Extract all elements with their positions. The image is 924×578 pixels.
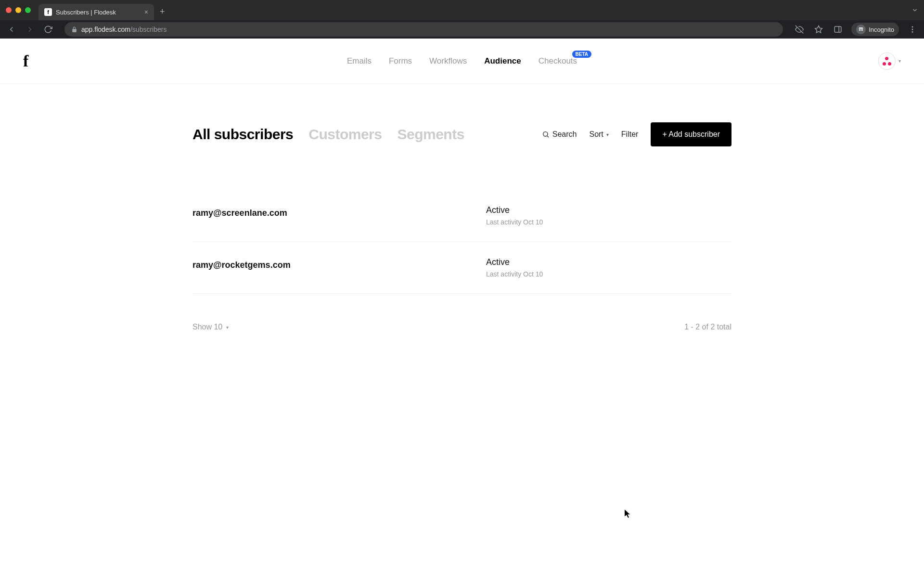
url-text: app.flodesk.com/subscribers (81, 26, 167, 33)
page-size-label: Show 10 (192, 323, 222, 331)
lock-icon (71, 26, 77, 33)
app-root: f Emails Forms Workflows Audience Checko… (0, 39, 924, 331)
search-icon (542, 131, 550, 138)
subscriber-row[interactable]: ramy@screenlane.com Active Last activity… (192, 190, 732, 242)
subscriber-activity: Last activity Oct 10 (486, 218, 543, 226)
toolbar-right-icons: Incognito (794, 23, 918, 36)
nav-audience[interactable]: Audience (484, 56, 521, 66)
chevron-down-icon: ▾ (606, 132, 609, 137)
svg-point-3 (859, 29, 861, 31)
window-close[interactable] (6, 7, 12, 13)
subscriber-list: ramy@screenlane.com Active Last activity… (192, 190, 732, 294)
address-bar[interactable]: app.flodesk.com/subscribers (64, 22, 783, 37)
window-maximize[interactable] (25, 7, 31, 13)
main-nav: Emails Forms Workflows Audience Checkout… (347, 56, 577, 66)
logo[interactable]: f (23, 52, 28, 70)
subscriber-activity: Last activity Oct 10 (486, 270, 543, 278)
avatar (878, 53, 896, 70)
sort-action[interactable]: Sort ▾ (589, 130, 608, 139)
page-size-selector[interactable]: Show 10 ▾ (192, 323, 229, 331)
incognito-label: Incognito (869, 26, 894, 33)
incognito-badge[interactable]: Incognito (851, 23, 899, 36)
filter-label: Filter (621, 130, 639, 139)
svg-marker-0 (815, 26, 822, 33)
chevron-down-icon: ▾ (226, 325, 229, 330)
view-header: All subscribers Customers Segments Searc… (192, 122, 732, 146)
tab-all-subscribers[interactable]: All subscribers (192, 126, 293, 143)
subscriber-email: ramy@rocketgems.com (192, 257, 486, 270)
svg-point-4 (861, 29, 863, 31)
forward-button[interactable] (24, 24, 36, 35)
panel-icon[interactable] (832, 24, 844, 35)
pagination: Show 10 ▾ 1 - 2 of 2 total (192, 323, 732, 331)
tab-favicon: f (44, 8, 52, 16)
back-button[interactable] (6, 24, 17, 35)
browser-tab[interactable]: f Subscribers | Flodesk × (38, 4, 154, 20)
chevron-down-icon: ▾ (898, 58, 901, 64)
reload-button[interactable] (42, 24, 54, 35)
subscriber-row[interactable]: ramy@rocketgems.com Active Last activity… (192, 242, 732, 294)
svg-rect-1 (834, 26, 841, 32)
search-label: Search (552, 130, 577, 139)
page-range-info: 1 - 2 of 2 total (684, 323, 732, 331)
kebab-menu-icon[interactable] (907, 24, 918, 35)
app-header: f Emails Forms Workflows Audience Checko… (0, 39, 924, 84)
beta-badge: BETA (572, 51, 591, 58)
view-tabs: All subscribers Customers Segments (192, 126, 464, 143)
tab-customers[interactable]: Customers (308, 126, 382, 143)
nav-checkouts-label: Checkouts (539, 56, 577, 66)
nav-workflows[interactable]: Workflows (429, 56, 467, 66)
window-controls (6, 7, 31, 13)
nav-emails[interactable]: Emails (347, 56, 372, 66)
star-icon[interactable] (813, 24, 824, 35)
subscriber-email: ramy@screenlane.com (192, 205, 486, 218)
svg-point-6 (912, 29, 913, 30)
window-minimize[interactable] (15, 7, 21, 13)
browser-tab-strip: f Subscribers | Flodesk × + (0, 0, 924, 20)
content-area: All subscribers Customers Segments Searc… (96, 84, 828, 331)
new-tab-button[interactable]: + (160, 7, 165, 17)
svg-point-5 (912, 26, 913, 27)
add-subscriber-button[interactable]: + Add subscriber (651, 122, 732, 146)
filter-action[interactable]: Filter (621, 130, 639, 139)
svg-line-9 (547, 136, 549, 137)
incognito-icon (856, 25, 866, 34)
sort-label: Sort (589, 130, 603, 139)
tab-segments[interactable]: Segments (397, 126, 464, 143)
browser-toolbar: app.flodesk.com/subscribers Incognito (0, 20, 924, 39)
view-actions: Search Sort ▾ Filter + Add subscriber (542, 122, 732, 146)
tab-close-icon[interactable]: × (144, 8, 148, 16)
search-action[interactable]: Search (542, 130, 577, 139)
subscriber-status-col: Active Last activity Oct 10 (486, 205, 543, 226)
cursor-icon (625, 510, 631, 518)
account-menu[interactable]: ▾ (878, 53, 901, 70)
svg-point-8 (543, 132, 547, 136)
tab-title: Subscribers | Flodesk (56, 9, 116, 16)
subscriber-status-col: Active Last activity Oct 10 (486, 257, 543, 278)
subscriber-status: Active (486, 257, 543, 267)
nav-checkouts[interactable]: Checkouts BETA (539, 56, 577, 66)
eye-off-icon[interactable] (794, 24, 805, 35)
svg-point-7 (912, 31, 913, 33)
nav-forms[interactable]: Forms (389, 56, 412, 66)
tabs-overflow-icon[interactable] (911, 7, 918, 13)
subscriber-status: Active (486, 205, 543, 215)
